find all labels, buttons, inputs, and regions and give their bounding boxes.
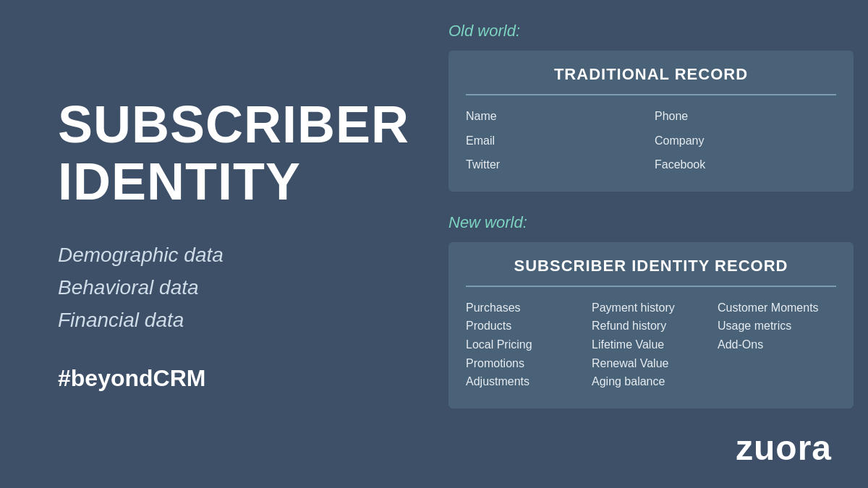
- hashtag: #beyondCRM: [58, 365, 405, 392]
- zuora-logo-text: zuora: [736, 429, 832, 467]
- field-products: Products: [466, 317, 584, 335]
- field-twitter: Twitter: [466, 155, 647, 174]
- subscriber-fields-grid: Purchases Products Local Pricing Promoti…: [466, 299, 836, 391]
- old-world-label: Old world:: [448, 22, 854, 40]
- field-local-pricing: Local Pricing: [466, 335, 584, 354]
- traditional-record-box: TRADITIONAL RECORD Name Phone Email Comp…: [448, 51, 854, 192]
- field-adjustments: Adjustments: [466, 372, 584, 391]
- field-email: Email: [466, 132, 647, 150]
- field-renewal-value: Renewal Value: [592, 354, 710, 373]
- field-payment-history: Payment history: [592, 299, 710, 317]
- col1-fields: Purchases Products Local Pricing Promoti…: [466, 299, 584, 391]
- col3-fields: Customer Moments Usage metrics Add-Ons: [718, 299, 836, 391]
- field-add-ons: Add-Ons: [718, 335, 836, 354]
- col2-fields: Payment history Refund history Lifetime …: [592, 299, 710, 391]
- new-world-label: New world:: [448, 213, 854, 232]
- subtitle-list: Demographic data Behavioral data Financi…: [58, 239, 405, 336]
- field-promotions: Promotions: [466, 354, 584, 373]
- main-title: SUBSCRIBER IDENTITY: [58, 96, 405, 210]
- field-purchases: Purchases: [466, 299, 584, 317]
- field-aging-balance: Aging balance: [592, 372, 710, 391]
- zuora-logo: zuora: [736, 428, 832, 468]
- subscriber-record-title: SUBSCRIBER IDENTITY RECORD: [466, 257, 836, 275]
- subtitle-behavioral: Behavioral data: [58, 272, 405, 304]
- field-refund-history: Refund history: [592, 317, 710, 335]
- field-company: Company: [655, 132, 836, 150]
- field-phone: Phone: [655, 107, 836, 126]
- traditional-record-title: TRADITIONAL RECORD: [466, 65, 836, 84]
- field-name: Name: [466, 107, 647, 126]
- field-usage-metrics: Usage metrics: [718, 317, 836, 335]
- subtitle-financial: Financial data: [58, 304, 405, 337]
- left-panel: SUBSCRIBER IDENTITY Demographic data Beh…: [58, 0, 405, 488]
- divider-traditional: [466, 94, 836, 95]
- subscriber-record-box: SUBSCRIBER IDENTITY RECORD Purchases Pro…: [448, 242, 854, 408]
- divider-subscriber: [466, 286, 836, 287]
- field-customer-moments: Customer Moments: [718, 299, 836, 317]
- field-lifetime-value: Lifetime Value: [592, 335, 710, 354]
- right-panel: Old world: TRADITIONAL RECORD Name Phone…: [448, 22, 854, 430]
- traditional-fields-grid: Name Phone Email Company Twitter Faceboo…: [466, 107, 836, 174]
- subtitle-demographic: Demographic data: [58, 239, 405, 272]
- field-facebook: Facebook: [655, 155, 836, 174]
